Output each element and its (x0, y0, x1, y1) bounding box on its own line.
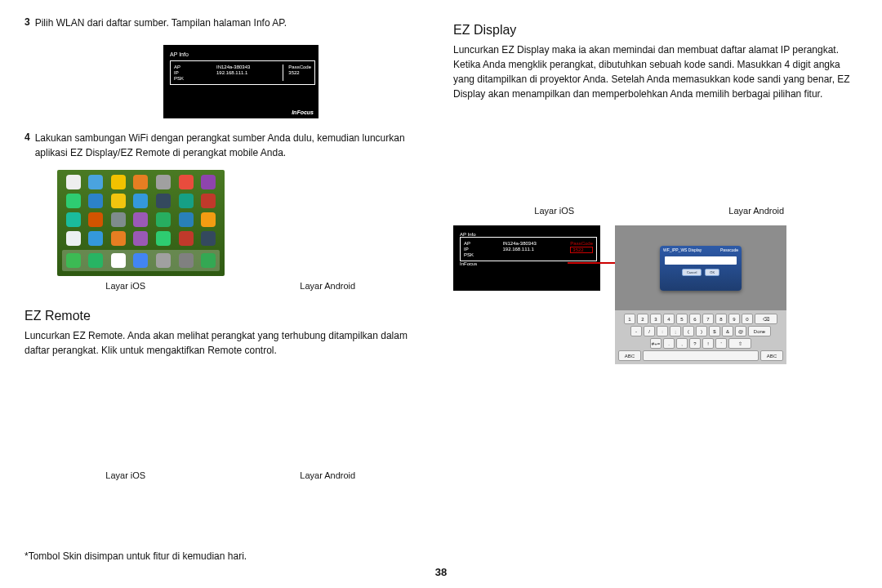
caption-ios-2: Layar iOS (24, 470, 227, 480)
ap-info-title: AP Info (170, 51, 312, 57)
dock-icon (111, 253, 126, 268)
key[interactable]: / (644, 326, 655, 336)
key[interactable]: - (630, 326, 642, 336)
ap-k2: IP (174, 70, 184, 75)
android-screenshot: WF_IPP_WS Display Passcode Cancel OK 123… (615, 225, 786, 364)
ios-screenshot (57, 170, 225, 276)
key[interactable]: . (663, 338, 675, 349)
step-3: 3 Pilih WLAN dari daftar sumber. Tampila… (24, 16, 429, 30)
key[interactable]: 4 (663, 314, 675, 324)
key[interactable]: & (722, 326, 733, 336)
key[interactable]: #+= (650, 338, 662, 349)
app-icon (179, 194, 194, 208)
key[interactable]: ' (715, 338, 727, 349)
ap-k3: PSK (174, 76, 184, 81)
app-icon (111, 194, 126, 208)
caption-ios-r: Layar iOS (453, 206, 656, 216)
step-4-num: 4 (24, 131, 30, 160)
dialog-name: WF_IPP_WS Display (663, 247, 702, 252)
key[interactable]: $ (709, 326, 720, 336)
ez-remote-body: Luncurkan EZ Remote. Anda akan melihat p… (24, 328, 429, 358)
key[interactable]: ( (683, 326, 694, 336)
dock-icon (156, 253, 171, 268)
key[interactable]: 9 (728, 314, 740, 324)
key[interactable]: 7 (702, 314, 714, 324)
key[interactable]: 0 (742, 314, 753, 324)
ez-display-heading: EZ Display (453, 23, 858, 38)
key[interactable]: ABC (618, 350, 641, 361)
footnote: *Tombol Skin disimpan untuk fitur di kem… (24, 550, 429, 562)
passcode-input[interactable] (665, 256, 737, 265)
ok-button[interactable]: OK (705, 269, 719, 276)
key[interactable]: ⇧ (728, 338, 751, 349)
key[interactable]: 3 (650, 314, 662, 324)
ap-v1: IN124a-380343 (216, 65, 250, 69)
spacebar-key[interactable] (643, 350, 759, 361)
brand-logo: InFocus (292, 109, 314, 115)
key[interactable]: 2 (637, 314, 648, 324)
dock-icon (88, 253, 103, 268)
key[interactable]: ! (702, 338, 714, 349)
caption-android-r: Layar Android (656, 206, 858, 216)
key[interactable]: ⌫ (755, 314, 777, 324)
spacer (453, 111, 858, 201)
key[interactable]: : (657, 326, 668, 336)
key[interactable]: 5 (676, 314, 688, 324)
key[interactable]: ? (689, 338, 701, 349)
ap2-pass-v: 3522 (570, 247, 593, 253)
app-icon (66, 194, 81, 208)
app-icon (66, 231, 81, 246)
app-icon (133, 194, 148, 208)
app-icon (111, 212, 126, 227)
app-icon (179, 212, 194, 227)
caption-android-2: Layar Android (227, 470, 430, 480)
app-icon (201, 175, 216, 189)
app-icon (111, 175, 126, 189)
app-icon (201, 212, 216, 227)
key[interactable]: ABC (760, 350, 783, 361)
key[interactable]: Done (748, 326, 771, 336)
key[interactable]: 1 (624, 314, 635, 324)
figure-placeholder (24, 368, 429, 466)
app-icon (88, 194, 103, 208)
key[interactable]: ) (696, 326, 707, 336)
ap2-k3: PSK (464, 252, 474, 257)
app-icon (156, 231, 171, 246)
ap-pass-k: PassCode (288, 65, 311, 69)
ap2-k1: AP (464, 241, 474, 246)
key[interactable]: , (676, 338, 688, 349)
step-3-num: 3 (24, 16, 30, 30)
ez-display-body: Luncurkan EZ Display maka ia akan memind… (453, 42, 858, 101)
ez-remote-heading: EZ Remote (24, 309, 429, 323)
app-icon (88, 175, 103, 189)
app-icon (66, 175, 81, 189)
cancel-button[interactable]: Cancel (682, 269, 702, 276)
ap2-k2: IP (464, 247, 474, 252)
dialog-label: Passcode (720, 247, 738, 252)
app-icon (88, 212, 103, 227)
ap2-v1: IN124a-380343 (502, 241, 536, 246)
app-icon (156, 194, 171, 208)
step-4: 4 Lakukan sambungan WiFi dengan perangka… (24, 131, 429, 160)
dock-icon (66, 253, 81, 268)
key[interactable]: @ (735, 326, 746, 336)
app-icon (133, 231, 148, 246)
right-column: EZ Display Luncurkan EZ Display maka ia … (453, 16, 858, 572)
app-icon (156, 212, 171, 227)
passcode-dialog: WF_IPP_WS Display Passcode Cancel OK (660, 246, 742, 291)
caption-ios: Layar iOS (24, 281, 227, 291)
ap-info-box: AP IP PSK IN124a-380343 192.168.111.1 Pa… (170, 60, 315, 85)
caption-android: Layar Android (227, 281, 430, 291)
keyboard: 1234567890⌫ -/:;()$&@Done #+=.,?!'⇧ ABCA… (615, 310, 786, 364)
key[interactable]: ; (670, 326, 681, 336)
app-icon (133, 175, 148, 189)
app-icon (179, 175, 194, 189)
left-column: 3 Pilih WLAN dari daftar sumber. Tampila… (24, 16, 429, 572)
key[interactable]: 6 (689, 314, 701, 324)
ap-v2: 192.168.111.1 (216, 70, 250, 75)
ap-pass-v: 3522 (288, 70, 311, 75)
app-icon (66, 212, 81, 227)
step-3-text: Pilih WLAN dari daftar sumber. Tampilan … (35, 16, 287, 30)
key[interactable]: 8 (715, 314, 727, 324)
caption-row-1: Layar iOS Layar Android (24, 281, 429, 291)
